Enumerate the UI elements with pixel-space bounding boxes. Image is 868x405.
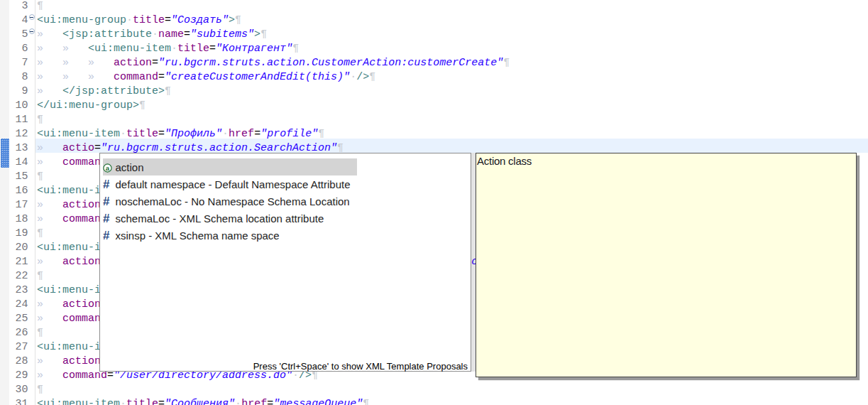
svg-text:a: a <box>106 164 110 172</box>
